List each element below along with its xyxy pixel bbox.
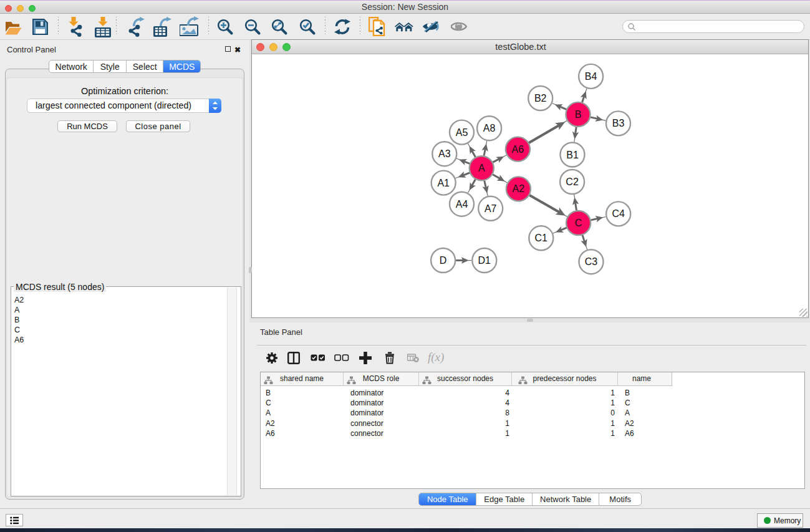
svg-text:A: A: [478, 163, 485, 173]
svg-text:A8: A8: [483, 123, 496, 133]
svg-text:B: B: [575, 109, 582, 120]
svg-text:A6: A6: [512, 144, 524, 155]
svg-text:B1: B1: [566, 150, 579, 160]
svg-text:B4: B4: [585, 71, 597, 82]
svg-text:C2: C2: [566, 177, 579, 187]
svg-text:D1: D1: [478, 255, 491, 266]
svg-text:A5: A5: [456, 127, 468, 138]
svg-text:A3: A3: [438, 148, 451, 159]
svg-text:B2: B2: [534, 93, 547, 104]
svg-text:D: D: [440, 255, 447, 266]
svg-text:C4: C4: [612, 208, 625, 219]
svg-text:A7: A7: [485, 203, 497, 214]
svg-text:C1: C1: [535, 233, 548, 243]
svg-text:C3: C3: [585, 256, 598, 267]
svg-text:B3: B3: [612, 118, 625, 128]
svg-text:A4: A4: [456, 199, 468, 210]
svg-text:C: C: [575, 218, 582, 228]
svg-text:A1: A1: [437, 178, 450, 188]
svg-text:A2: A2: [513, 183, 525, 194]
